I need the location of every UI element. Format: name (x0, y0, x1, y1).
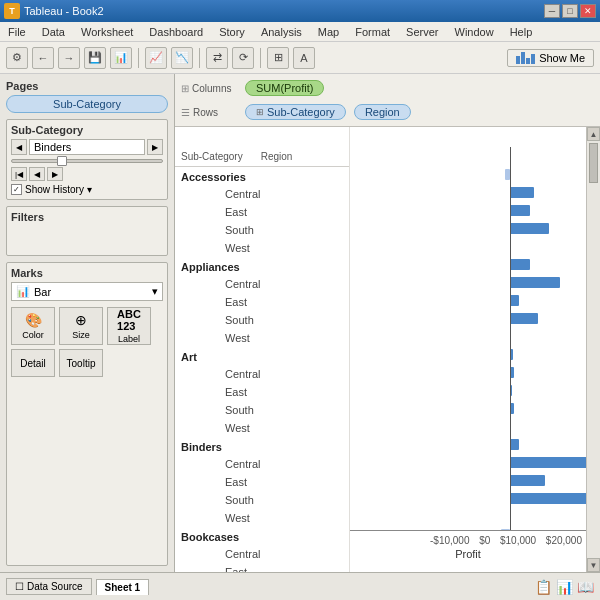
size-icon: ⊕ (75, 312, 87, 328)
scroll-up-button[interactable]: ▲ (587, 127, 600, 141)
toolbar-swap[interactable]: ⇄ (206, 47, 228, 69)
play-play[interactable]: ▶ (47, 167, 63, 181)
region-row: Central (175, 545, 349, 563)
rows-icon: ☰ (181, 107, 190, 118)
bar (510, 187, 534, 198)
menu-help[interactable]: Help (506, 24, 537, 40)
menu-data[interactable]: Data (38, 24, 69, 40)
size-label: Size (72, 330, 90, 340)
play-prev[interactable]: ◀ (29, 167, 45, 181)
bar (510, 457, 586, 468)
toolbar-back[interactable]: ← (32, 47, 54, 69)
menu-story[interactable]: Story (215, 24, 249, 40)
bar (510, 475, 545, 486)
columns-shelf: ⊞ Columns SUM(Profit) (181, 77, 594, 99)
toolbar-fit[interactable]: ⊞ (267, 47, 289, 69)
sub-cat-dropdown[interactable]: Binders (29, 139, 145, 155)
show-history-checkbox[interactable]: ✓ (11, 184, 22, 195)
data-source-label: Data Source (27, 581, 83, 592)
menu-file[interactable]: File (4, 24, 30, 40)
category-name: Binders (175, 437, 349, 455)
toolbar-new-ds[interactable]: 📊 (110, 47, 132, 69)
bar (510, 439, 519, 450)
header-subcategory: Sub-Category (181, 151, 243, 162)
scroll-down-button[interactable]: ▼ (587, 558, 600, 572)
toolbar: ⚙ ← → 💾 📊 📈 📉 ⇄ ⟳ ⊞ A Show Me (0, 42, 600, 74)
toolbar-labels[interactable]: A (293, 47, 315, 69)
menu-dashboard[interactable]: Dashboard (145, 24, 207, 40)
scroll-thumb[interactable] (589, 143, 598, 183)
toolbar-chart2[interactable]: 📉 (171, 47, 193, 69)
show-me-icon (516, 52, 535, 64)
left-sidebar: Pages Sub-Category Sub-Category ◀ Binder… (0, 74, 175, 572)
toolbar-forward[interactable]: → (58, 47, 80, 69)
slider-track[interactable] (11, 159, 163, 163)
new-sheet-icon[interactable]: 📋 (535, 579, 552, 595)
scroll-track[interactable] (587, 141, 600, 558)
toolbar-save[interactable]: 💾 (84, 47, 106, 69)
rows-pill-subcategory[interactable]: ⊞ Sub-Category (245, 104, 346, 120)
columns-label: ⊞ Columns (181, 83, 241, 94)
bar (510, 277, 560, 288)
bar (510, 493, 586, 504)
detail-control[interactable]: Detail (11, 349, 55, 377)
new-dashboard-icon[interactable]: 📊 (556, 579, 573, 595)
bar-row (350, 273, 586, 291)
bar-row (350, 381, 586, 399)
menu-window[interactable]: Window (451, 24, 498, 40)
toolbar-home[interactable]: ⚙ (6, 47, 28, 69)
checkmark-icon: ✓ (13, 185, 20, 194)
region-row: West (175, 239, 349, 257)
show-history-dropdown-icon[interactable]: ▾ (87, 184, 92, 195)
bar-row (350, 399, 586, 417)
minimize-button[interactable]: ─ (544, 4, 560, 18)
toolbar-chart1[interactable]: 📈 (145, 47, 167, 69)
rows-pill-region[interactable]: Region (354, 104, 411, 120)
menu-analysis[interactable]: Analysis (257, 24, 306, 40)
region-row: South (175, 311, 349, 329)
pages-pill[interactable]: Sub-Category (6, 95, 168, 113)
label-control[interactable]: ABC123 Label (107, 307, 151, 345)
tooltip-label: Tooltip (67, 358, 96, 369)
region-row: East (175, 473, 349, 491)
bar (510, 295, 519, 306)
sub-cat-next[interactable]: ▶ (147, 139, 163, 155)
play-start[interactable]: |◀ (11, 167, 27, 181)
bar (510, 313, 538, 324)
data-source-tab[interactable]: ☐ Data Source (6, 578, 92, 595)
columns-icon: ⊞ (181, 83, 189, 94)
category-name: Appliances (175, 257, 349, 275)
close-button[interactable]: ✕ (580, 4, 596, 18)
maximize-button[interactable]: □ (562, 4, 578, 18)
row-header-content: AccessoriesCentralEastSouthWestAppliance… (175, 167, 349, 572)
sheet-tab[interactable]: Sheet 1 (96, 579, 150, 595)
menu-map[interactable]: Map (314, 24, 343, 40)
columns-pill[interactable]: SUM(Profit) (245, 80, 324, 96)
sub-category-section: Sub-Category ◀ Binders ▶ |◀ ◀ ▶ ✓ (6, 119, 168, 200)
bar (510, 223, 549, 234)
pages-title: Pages (6, 80, 168, 92)
menu-format[interactable]: Format (351, 24, 394, 40)
new-story-icon[interactable]: 📖 (577, 579, 594, 595)
zero-line (510, 147, 511, 530)
category-name: Bookcases (175, 527, 349, 545)
chart-main: Sub-Category Region AccessoriesCentralEa… (175, 127, 586, 572)
region-row: East (175, 563, 349, 572)
region-row: West (175, 419, 349, 437)
menu-bar: File Data Worksheet Dashboard Story Anal… (0, 22, 600, 42)
color-label: Color (22, 330, 44, 340)
tooltip-control[interactable]: Tooltip (59, 349, 103, 377)
toolbar-sort[interactable]: ⟳ (232, 47, 254, 69)
toolbar-separator-1 (138, 48, 139, 68)
slider-handle[interactable] (57, 156, 67, 166)
show-me-button[interactable]: Show Me (507, 49, 594, 67)
marks-type-dropdown[interactable]: 📊 Bar ▾ (11, 282, 163, 301)
bar-row (350, 471, 586, 489)
menu-worksheet[interactable]: Worksheet (77, 24, 137, 40)
region-row: Central (175, 185, 349, 203)
color-control[interactable]: 🎨 Color (11, 307, 55, 345)
chart-inner: Sub-Category Region AccessoriesCentralEa… (175, 127, 586, 572)
menu-server[interactable]: Server (402, 24, 442, 40)
size-control[interactable]: ⊕ Size (59, 307, 103, 345)
sub-cat-prev[interactable]: ◀ (11, 139, 27, 155)
